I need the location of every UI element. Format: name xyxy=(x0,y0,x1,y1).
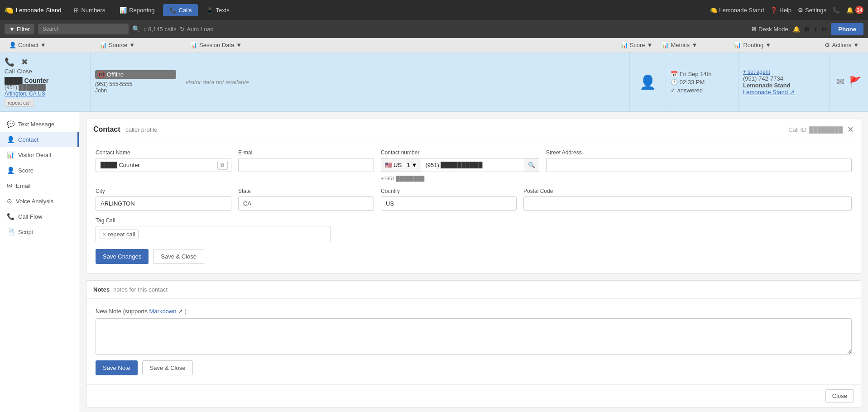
settings-link[interactable]: ⚙ Settings xyxy=(798,7,826,14)
sidebar-email-label: Email xyxy=(16,182,31,189)
new-note-text: New Note (supports xyxy=(96,308,148,315)
phone-flag-dropdown[interactable]: 🇺🇸 US +1 ▼ xyxy=(381,158,421,172)
grid-toolbar-icon[interactable]: ⊞ xyxy=(805,26,810,33)
tag-x-icon[interactable]: × xyxy=(103,231,106,238)
calendar-icon: 📅 xyxy=(671,71,678,77)
phone-input-group: 🇺🇸 US +1 ▼ 🔍 xyxy=(381,158,539,172)
agent-link[interactable]: Lemonade Stand ↗ xyxy=(743,89,825,96)
lemonade-stand-label: Lemonade Stand xyxy=(719,7,764,14)
nav-numbers[interactable]: ⊞ Numbers xyxy=(67,4,111,16)
set-agent-link[interactable]: + set agent xyxy=(743,69,825,75)
city-input[interactable] xyxy=(96,196,231,211)
country-input[interactable] xyxy=(381,196,517,211)
bell-toolbar-icon[interactable]: 🔔 xyxy=(793,26,800,33)
contact-name-input[interactable] xyxy=(96,158,231,172)
sidebar-item-email[interactable]: ✉ Email xyxy=(0,178,79,193)
call-quick-actions: 📞 Call ✖ Close xyxy=(5,57,86,75)
state-input[interactable] xyxy=(238,196,374,211)
street-address-label: Street Address xyxy=(546,149,852,156)
sidebar-score-label: Score xyxy=(18,167,34,174)
notification-bell[interactable]: 🔔 24 xyxy=(846,6,863,14)
close-notes-button[interactable]: Close xyxy=(825,389,854,402)
filter-button[interactable]: ▼ Filter xyxy=(5,24,34,34)
phone-nav-icon[interactable]: 📞 xyxy=(833,7,840,14)
col-metrics[interactable]: 📊 Metrics ▼ xyxy=(657,42,729,48)
link-external-icon: ↗ xyxy=(178,308,183,315)
postal-code-group: Postal Code xyxy=(523,188,852,211)
col-source[interactable]: 📊 Source ▼ xyxy=(95,42,186,48)
col-actions[interactable]: ⚙ Actions ▼ xyxy=(820,42,863,48)
col-metrics-icon: 📊 xyxy=(662,42,669,48)
call-action-call-button[interactable]: 📞 Call xyxy=(5,57,14,75)
email-input[interactable] xyxy=(238,158,374,172)
sidebar: 💬 Text Message 👤 Contact 📊 Visitor Detai… xyxy=(0,112,79,412)
call-action-close-button[interactable]: ✖ Close xyxy=(17,57,32,75)
email-icon[interactable]: ✉ xyxy=(836,76,844,88)
contact-panel-close-button[interactable]: ✕ xyxy=(847,125,854,134)
email-group: E-mail xyxy=(238,149,374,181)
save-and-close-contact-button[interactable]: Save & Close xyxy=(153,249,204,264)
help-link[interactable]: ❓ Help xyxy=(770,7,791,14)
sidebar-item-visitor-detail[interactable]: 📊 Visitor Detail xyxy=(0,147,79,163)
agent-phone: (951) 742-7734 xyxy=(743,75,825,82)
help-label: Help xyxy=(779,7,791,14)
nav-texts-icon: 📱 xyxy=(206,7,213,14)
sidebar-contact-label: Contact xyxy=(18,136,38,143)
nav-texts[interactable]: 📱 Texts xyxy=(200,4,235,16)
col-contact[interactable]: 👤 Contact ▼ xyxy=(5,42,95,48)
nav-calls[interactable]: 📞 Calls xyxy=(163,4,198,16)
sidebar-item-voice-analysis[interactable]: ⊙ Voice Analysis xyxy=(0,193,79,209)
call-date: 📅 Fri Sep 14th xyxy=(671,71,734,77)
auto-load-toggle[interactable]: ↻ Auto Load xyxy=(180,26,213,33)
search-input[interactable] xyxy=(38,24,129,34)
sidebar-script-label: Script xyxy=(18,229,33,235)
nav-reporting-label: Reporting xyxy=(129,7,154,14)
contact-header-left: Contact caller profile xyxy=(93,125,157,134)
sidebar-item-call-flow[interactable]: 📞 Call Flow xyxy=(0,209,79,224)
caller-location[interactable]: Arlington, CA US xyxy=(5,91,86,97)
sidebar-item-score[interactable]: 👤 Score xyxy=(0,163,79,178)
col-routing-label: Routing xyxy=(743,42,763,48)
tag-input-group[interactable]: × repeat call xyxy=(96,226,331,242)
sort-toolbar-icon[interactable]: ↕ xyxy=(814,26,817,33)
contact-form-actions: Save Changes Save & Close xyxy=(96,249,852,264)
email-label: E-mail xyxy=(238,149,374,156)
markdown-link[interactable]: Markdown xyxy=(149,308,177,315)
phone-number-input[interactable] xyxy=(421,158,524,172)
nav-reporting[interactable]: 📊 Reporting xyxy=(113,4,161,16)
nav-numbers-grid-icon: ⊞ xyxy=(74,7,79,14)
save-note-button[interactable]: Save Note xyxy=(96,360,138,375)
desk-mode-toggle[interactable]: 🖥 Desk Mode xyxy=(751,26,788,33)
street-address-input[interactable] xyxy=(546,158,852,172)
save-changes-button[interactable]: Save Changes xyxy=(96,249,149,264)
calls-sort-icon: ↕ xyxy=(144,26,147,33)
phone-search-button[interactable]: 🔍 xyxy=(524,158,539,172)
search-icon: 🔍 xyxy=(132,25,140,33)
copy-contact-name-button[interactable]: ⧉ xyxy=(217,161,228,170)
call-action-close-label: Close xyxy=(17,68,32,75)
circle-toolbar-icon[interactable]: ⊙ xyxy=(821,26,826,33)
phone-button[interactable]: Phone xyxy=(831,23,863,35)
notes-textarea[interactable] xyxy=(96,318,852,355)
col-session[interactable]: 📊 Session Data ▼ xyxy=(186,42,616,48)
postal-code-input[interactable] xyxy=(523,196,852,211)
sidebar-text-message-label: Text Message xyxy=(18,121,54,128)
contact-form-row-3: Tag Call × repeat call xyxy=(96,217,852,242)
new-note-label: New Note (supports Markdown ↗ ) xyxy=(96,308,852,315)
sidebar-item-script[interactable]: 📄 Script xyxy=(0,224,79,240)
flag-icon[interactable]: 🚩 xyxy=(849,76,861,88)
nav-numbers-label: Numbers xyxy=(81,7,105,14)
caller-tag[interactable]: repeat call xyxy=(5,99,34,107)
source-phone: (951) 555-5555 xyxy=(95,81,176,87)
tag-call-label: Tag Call xyxy=(96,217,852,224)
caller-phone: (951) ███████ xyxy=(5,84,86,91)
col-score[interactable]: 📊 Score ▼ xyxy=(616,42,657,48)
sidebar-item-text-message[interactable]: 💬 Text Message xyxy=(0,116,79,132)
calls-count: ↕ 8,145 calls xyxy=(144,26,177,33)
lemonade-stand-link[interactable]: 🍋 Lemonade Stand xyxy=(710,7,764,14)
col-routing[interactable]: 📊 Routing ▼ xyxy=(729,42,820,48)
save-and-close-note-button[interactable]: Save & Close xyxy=(142,360,193,375)
alt-phone-number: +1951 ████████ xyxy=(381,176,539,181)
sidebar-item-contact[interactable]: 👤 Contact xyxy=(0,132,79,147)
email-sidebar-icon: ✉ xyxy=(7,182,12,189)
